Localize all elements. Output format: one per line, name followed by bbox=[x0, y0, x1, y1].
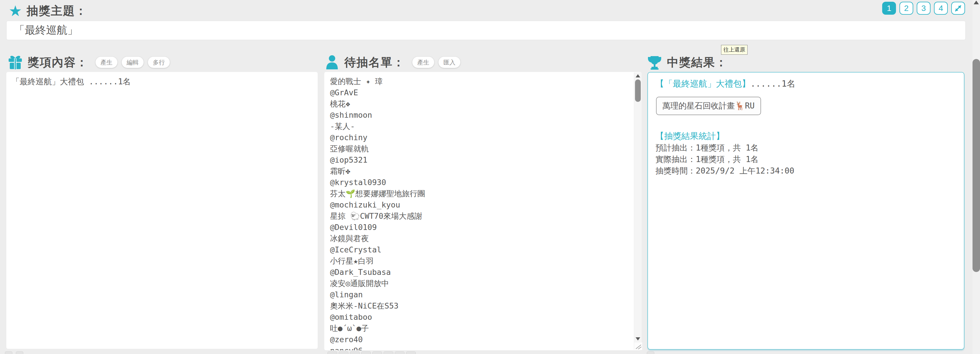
scroll-down-arrow-icon[interactable] bbox=[636, 337, 640, 340]
list-item: 凌安◎通販開放中 bbox=[330, 278, 630, 289]
results-panel: 【「最終巡航」大禮包】......1名 萬理的星石回收計畫🦌RU 【抽獎結果統計… bbox=[648, 72, 964, 350]
theme-input[interactable]: 「最終巡航」 bbox=[6, 21, 966, 40]
list-item: @krystal0930 bbox=[330, 177, 630, 188]
draw-list-scrollbar[interactable] bbox=[634, 73, 642, 350]
textarea-resize-grip-icon[interactable] bbox=[634, 343, 642, 350]
prizes-generate-button[interactable]: 產生 bbox=[95, 57, 118, 68]
list-item: 星掠 🐑CWT70來場大感謝 bbox=[330, 210, 630, 222]
result-prize-line: 【「最終巡航」大禮包】......1名 bbox=[655, 78, 956, 90]
prizes-header: 獎項內容： 產生 編輯 多行 bbox=[8, 54, 170, 71]
draw-list-generate-button[interactable]: 產生 bbox=[412, 57, 434, 68]
lottery-app-page: ★ 抽獎主題： 1 2 3 4 「最終巡航」 bbox=[0, 0, 980, 354]
list-item: 小行星★白羽 bbox=[330, 255, 630, 266]
page-scroll-thumb[interactable] bbox=[972, 59, 980, 272]
list-item: 吐●´ω`●子 bbox=[330, 323, 630, 334]
stat-expected: 預計抽出：1種獎項，共 1名 bbox=[655, 142, 956, 154]
restore-up-tag[interactable]: 往上還原 bbox=[721, 45, 748, 55]
user-icon bbox=[324, 54, 340, 70]
list-item: @lingan bbox=[330, 289, 630, 300]
draw-list-header: 待抽名單： 產生 匯入 bbox=[324, 54, 460, 71]
list-item: -某人- bbox=[330, 121, 630, 132]
results-stats-title: 【抽獎結果統計】 bbox=[655, 130, 956, 142]
topic-header: ★ 抽獎主題： bbox=[9, 3, 87, 19]
page-scrollbar[interactable] bbox=[972, 0, 980, 354]
pager-button-2[interactable]: 2 bbox=[899, 2, 913, 15]
cutoff-button-stub bbox=[383, 351, 393, 354]
list-item: 芬太🌱想要娜娜聖地旅行團 bbox=[330, 188, 630, 199]
trophy-icon bbox=[647, 54, 662, 70]
prizes-multiline-button[interactable]: 多行 bbox=[148, 57, 170, 68]
cutoff-button-stub bbox=[372, 351, 382, 354]
cutoff-button-stub bbox=[647, 351, 654, 354]
pager-button-3[interactable]: 3 bbox=[917, 2, 931, 15]
star-icon: ★ bbox=[9, 3, 22, 18]
list-item: 桃花❖ bbox=[330, 98, 630, 109]
list-item: 霜昕✤ bbox=[330, 166, 630, 177]
prizes-toolbar: 產生 編輯 多行 bbox=[95, 57, 170, 68]
cutoff-button-stub bbox=[328, 351, 337, 354]
pager-button-1[interactable]: 1 bbox=[882, 2, 896, 15]
expand-icon bbox=[954, 4, 962, 13]
list-item: 奧米米-NiCE在S53 bbox=[330, 300, 630, 311]
list-item: 亞修喔就軌 bbox=[330, 143, 630, 154]
list-item: @IceCrystal bbox=[330, 244, 630, 255]
cutoff-button-stub bbox=[339, 351, 348, 354]
list-item: @mochizuki_kyou bbox=[330, 199, 630, 210]
cutoff-button-stub bbox=[350, 351, 360, 354]
cutoff-button-stub bbox=[361, 351, 371, 354]
list-item: @GrAvE bbox=[330, 87, 630, 98]
pager-button-4[interactable]: 4 bbox=[934, 2, 948, 15]
list-item: @zero40 bbox=[330, 334, 630, 345]
prizes-title: 獎項內容： bbox=[28, 54, 88, 70]
stat-actual: 實際抽出：1種獎項，共 1名 bbox=[655, 154, 956, 165]
cutoff-button-stub bbox=[5, 351, 13, 354]
draw-list-import-button[interactable]: 匯入 bbox=[439, 57, 460, 68]
result-prize-group-count: ......1名 bbox=[750, 78, 795, 89]
list-item: @iop5321 bbox=[330, 154, 630, 166]
draw-list-title: 待抽名單： bbox=[344, 54, 405, 70]
expand-button[interactable] bbox=[951, 2, 965, 15]
gift-icon bbox=[8, 54, 23, 70]
cutoff-button-stub bbox=[16, 351, 23, 354]
list-item: @Dark_Tsubasa bbox=[330, 266, 630, 278]
list-item: @Devil0109 bbox=[330, 222, 630, 233]
page-scroll-up-arrow-icon[interactable] bbox=[974, 1, 979, 4]
draw-list-toolbar: 產生 匯入 bbox=[412, 57, 460, 68]
pager: 1 2 3 4 bbox=[882, 2, 965, 15]
cutoff-button-stub bbox=[395, 351, 404, 354]
prizes-edit-button[interactable]: 編輯 bbox=[122, 57, 143, 68]
stat-time: 抽獎時間：2025/9/2 上午12:34:00 bbox=[655, 165, 956, 177]
result-prize-group-title: 【「最終巡航」大禮包】 bbox=[655, 78, 750, 89]
draw-list-scroll-thumb[interactable] bbox=[635, 80, 641, 102]
list-item: @omitaboo bbox=[330, 311, 630, 323]
list-item: 冰鏡與君夜 bbox=[330, 233, 630, 244]
cutoff-button-stub bbox=[406, 351, 416, 354]
topic-title: 抽獎主題： bbox=[27, 3, 87, 19]
prizes-textarea[interactable]: 「最終巡航」大禮包 ......1名 bbox=[6, 72, 318, 349]
draw-list[interactable]: 愛的戰士 ✦ 璋@GrAvE桃花❖@shinmoon-某人-@rochiny亞修… bbox=[324, 72, 641, 350]
results-title: 中獎結果： bbox=[667, 54, 727, 70]
list-item: @rochiny bbox=[330, 132, 630, 143]
scroll-up-arrow-icon[interactable] bbox=[636, 74, 640, 77]
winner-chip[interactable]: 萬理的星石回收計畫🦌RU bbox=[656, 97, 761, 115]
list-item: @shinmoon bbox=[330, 109, 630, 121]
list-item: 愛的戰士 ✦ 璋 bbox=[330, 76, 630, 87]
results-header: 中獎結果： bbox=[647, 54, 727, 71]
list-item: nancy96 bbox=[330, 345, 630, 350]
